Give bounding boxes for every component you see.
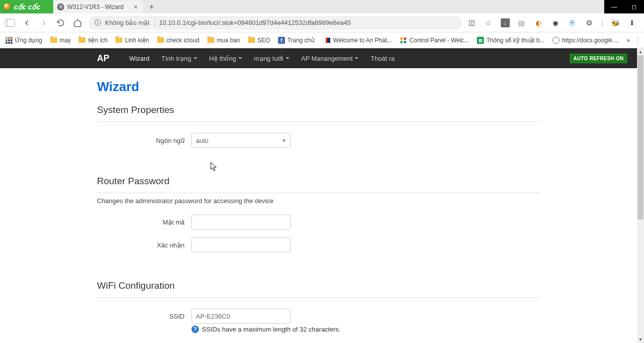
nav-logout[interactable]: Thoát ra (365, 50, 400, 67)
bm-label: may (60, 37, 71, 44)
chevron-down-icon (193, 57, 197, 59)
chevron-down-icon (355, 57, 359, 59)
extension5-icon[interactable]: ❂ (584, 18, 594, 28)
downloads-icon[interactable]: ⬇ (627, 18, 637, 28)
ssid-hint-text: SSIDs have a maximum length of 32 charac… (202, 326, 341, 333)
bookmark-trang-chu[interactable]: fTrang chủ (276, 35, 317, 46)
row-language: Ngôn ngữ auto ▼ (97, 133, 540, 148)
close-tab-icon[interactable]: × (134, 3, 138, 11)
nav-system[interactable]: Hệ thống (203, 50, 248, 67)
svg-point-3 (404, 40, 406, 43)
section-system-properties: System Properties (97, 105, 540, 122)
bookmark-may[interactable]: may (48, 35, 74, 46)
maximize-button[interactable]: ◻ (624, 0, 644, 13)
address-bar[interactable]: ⓘ Không bảo mật 10.10.0.1/cgi-bin/luci/;… (89, 16, 462, 30)
bookmark-anphat[interactable]: Welcome to An Phát... (320, 35, 395, 46)
star-icon[interactable]: ☆ (484, 18, 494, 28)
bookmark-docs-google[interactable]: https://docs.google.... (550, 35, 621, 46)
nav-ap-management[interactable]: AP Manangement (295, 50, 365, 67)
row-password: Mật mã (97, 215, 540, 229)
bm-label: check icloud (167, 37, 199, 44)
bookmark-seo[interactable]: SEO (246, 35, 273, 46)
scroll-thumb[interactable] (638, 55, 644, 220)
bookmark-tien-ich[interactable]: tiện ích (76, 35, 110, 46)
bm-label: https://docs.google.... (562, 37, 619, 44)
nav-label: AP Manangement (301, 55, 353, 62)
ssid-input[interactable] (191, 309, 291, 324)
chevron-down-icon: ▼ (281, 138, 286, 143)
vertical-scrollbar[interactable]: ▲ ▼ (637, 48, 644, 343)
language-select[interactable]: auto ▼ (191, 133, 291, 148)
profile-icon[interactable]: 🐝 (610, 18, 620, 28)
extension3-icon[interactable]: ◉ (551, 18, 560, 28)
bm-label: Linh kiện (125, 37, 149, 44)
scroll-down-arrow[interactable]: ▼ (637, 336, 644, 343)
folder-icon (79, 37, 86, 43)
bookmarks-bar: Ứng dụng may tiện ích Linh kiện check ic… (0, 32, 644, 48)
page-content: Wizard System Properties Ngôn ngữ auto ▼… (0, 68, 637, 333)
globe-icon (552, 37, 559, 44)
page-viewport: AP Wizard Tình trạng Hệ thống mạng lưới … (0, 48, 644, 343)
row-confirm: Xác nhận (97, 237, 540, 252)
toolbar-right: ⚿ ☆ ↓ ▤ ◐ ◉ ⛨ ❂ | 🐝 ⬇ (467, 18, 640, 28)
confirm-label: Xác nhận (97, 241, 191, 249)
back-button[interactable] (21, 17, 33, 29)
language-value: auto (196, 137, 208, 144)
ssid-hint-row: ? SSIDs have a maximum length of 32 char… (191, 326, 540, 333)
bm-label: tiện ích (88, 37, 107, 44)
reload-button[interactable] (55, 17, 67, 29)
nav-label: mạng lưới (254, 55, 283, 62)
nav-status[interactable]: Tình trạng (155, 50, 203, 67)
folder-icon (248, 37, 255, 43)
bookmarks-overflow[interactable]: » (624, 35, 633, 46)
extension2-icon[interactable]: ◐ (534, 18, 544, 28)
bm-label: Welcome to An Phát... (333, 37, 392, 44)
apps-bookmark[interactable]: Ứng dụng (3, 35, 45, 46)
forward-button[interactable] (38, 17, 50, 29)
confirm-input[interactable] (191, 237, 291, 252)
coccoc-logo-icon (3, 2, 12, 11)
panel-toggle-button[interactable] (4, 17, 16, 29)
password-label: Mật mã (97, 219, 191, 226)
nav-label: Hệ thống (209, 55, 236, 62)
new-tab-button[interactable]: + (146, 1, 158, 13)
nav-network[interactable]: mạng lưới (248, 50, 295, 67)
browser-logo-text: cốc cốc (14, 3, 40, 11)
folder-icon (207, 37, 214, 43)
svg-point-1 (404, 37, 406, 39)
home-button[interactable] (72, 17, 84, 29)
bm-label: Trang chủ (287, 37, 315, 44)
bookmark-check-icloud[interactable]: check icloud (155, 35, 202, 46)
auto-refresh-badge[interactable]: AUTO REFRESH ON (570, 54, 627, 63)
bookmark-linh-kien[interactable]: Linh kiện (113, 35, 151, 46)
info-icon[interactable]: ⓘ (94, 18, 101, 27)
svg-point-2 (400, 40, 403, 43)
folder-icon (157, 37, 164, 43)
bm-label: Control Panel - Welc... (409, 37, 469, 44)
bm-label: mua ban (217, 37, 240, 44)
extension4-icon[interactable]: ⛨ (567, 18, 577, 28)
app-brand[interactable]: AP (97, 53, 109, 64)
nav-label: Wizard (129, 55, 149, 62)
minimize-button[interactable]: — (604, 0, 624, 13)
info-icon: ? (191, 326, 199, 333)
bm-label: SEO (258, 37, 270, 44)
bookmark-thong-so[interactable]: ▦Thông số kỹ thuật b... (474, 35, 547, 46)
nav-wizard[interactable]: Wizard (123, 50, 155, 67)
extension1-icon[interactable]: ▤ (517, 18, 527, 28)
key-icon[interactable]: ⚿ (467, 18, 477, 28)
section-wifi-config: WiFi Configuration (97, 280, 540, 298)
browser-tab[interactable]: ⦿ W312-V1R3 - Wizard × (53, 0, 143, 13)
password-input[interactable] (191, 215, 291, 229)
browser-logo: cốc cốc (0, 0, 53, 13)
download-box-icon[interactable]: ↓ (501, 18, 510, 27)
joomla-icon (400, 37, 407, 44)
scroll-up-arrow[interactable]: ▲ (637, 48, 644, 55)
row-ssid: SSID (97, 309, 540, 324)
bookmark-other[interactable]: Dấu trang khác (642, 35, 644, 46)
browser-title-bar: cốc cốc ⦿ W312-V1R3 - Wizard × + — ◻ (0, 0, 644, 13)
bookmark-control-panel[interactable]: Control Panel - Welc... (397, 35, 471, 46)
url-text: 10.10.0.1/cgi-bin/luci/;stok=094801d97d4… (159, 19, 351, 26)
nav-label: Tình trạng (161, 55, 191, 62)
bookmark-mua-ban[interactable]: mua ban (205, 35, 243, 46)
